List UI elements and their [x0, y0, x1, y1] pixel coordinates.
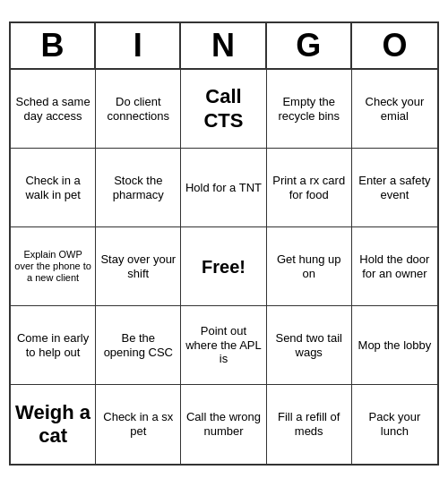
bingo-cell-2: Call CTS — [181, 70, 266, 149]
bingo-header: BINGO — [11, 23, 437, 70]
bingo-cell-11: Stay over your shift — [96, 227, 181, 306]
bingo-cell-5: Check in a walk in pet — [11, 149, 96, 227]
bingo-cell-23: Fill a refill of meds — [267, 385, 352, 464]
bingo-cell-0: Sched a same day access — [11, 70, 96, 149]
header-letter-I: I — [96, 23, 181, 68]
header-letter-N: N — [181, 23, 266, 68]
bingo-cell-7: Hold for a TNT — [181, 149, 266, 227]
bingo-cell-8: Print a rx card for food — [267, 149, 352, 227]
bingo-cell-16: Be the opening CSC — [96, 306, 181, 385]
bingo-cell-15: Come in early to help out — [11, 306, 96, 385]
bingo-cell-6: Stock the pharmacy — [96, 149, 181, 227]
bingo-card: BINGO Sched a same day accessDo client c… — [9, 21, 439, 466]
bingo-cell-17: Point out where the APL is — [181, 306, 266, 385]
bingo-cell-12: Free! — [181, 227, 266, 306]
bingo-cell-22: Call the wrong number — [181, 385, 266, 464]
bingo-cell-9: Enter a safety event — [352, 149, 437, 227]
bingo-cell-1: Do client connections — [96, 70, 181, 149]
bingo-cell-20: Weigh a cat — [11, 385, 96, 464]
bingo-cell-19: Mop the lobby — [352, 306, 437, 385]
bingo-grid: Sched a same day accessDo client connect… — [11, 70, 437, 464]
bingo-cell-14: Hold the door for an owner — [352, 227, 437, 306]
bingo-cell-21: Check in a sx pet — [96, 385, 181, 464]
bingo-cell-24: Pack your lunch — [352, 385, 437, 464]
header-letter-G: G — [267, 23, 352, 68]
bingo-cell-3: Empty the recycle bins — [267, 70, 352, 149]
bingo-cell-4: Check your emial — [352, 70, 437, 149]
header-letter-B: B — [11, 23, 96, 68]
bingo-cell-10: Explain OWP over the phone to a new clie… — [11, 227, 96, 306]
bingo-cell-18: Send two tail wags — [267, 306, 352, 385]
header-letter-O: O — [352, 23, 437, 68]
bingo-cell-13: Get hung up on — [267, 227, 352, 306]
